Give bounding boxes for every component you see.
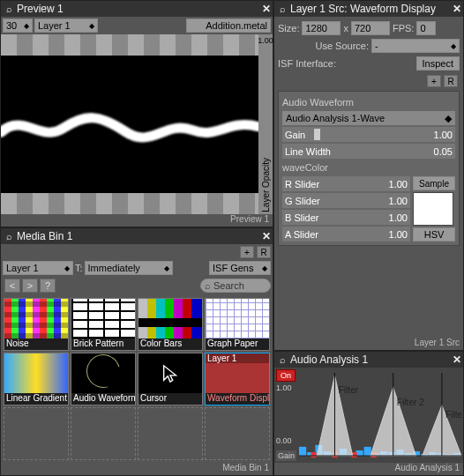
use-source-select[interactable]: -◆ <box>371 39 460 53</box>
panel-footer: Audio Analysis 1 <box>274 463 463 475</box>
isf-interface-label: ISF Interface: <box>278 58 414 69</box>
hsv-button[interactable]: HSV <box>413 227 455 242</box>
target-layer-select[interactable]: Layer 1◆ <box>3 261 73 275</box>
generator-set-select[interactable]: ISF Gens◆ <box>209 261 271 275</box>
media-cell-empty[interactable] <box>138 407 203 460</box>
panel-footer: Preview 1 <box>1 214 273 227</box>
svg-text:Filter 3: Filter 3 <box>445 410 461 420</box>
panel-title: Media Bin 1 <box>17 230 257 242</box>
search-icon[interactable]: ⌕ <box>276 4 288 14</box>
add-button[interactable]: + <box>427 75 441 87</box>
waveform-render <box>1 56 258 193</box>
panel-title: Preview 1 <box>17 3 257 15</box>
close-icon[interactable]: ✕ <box>258 230 271 242</box>
svg-rect-0 <box>299 447 306 456</box>
checker-bottom <box>1 193 258 214</box>
layer-source-inspector: ⌕ Layer 1 Src: Waveform Display ✕ Size: … <box>273 0 464 351</box>
frame-select[interactable]: 30◆ <box>3 19 33 33</box>
search-icon[interactable]: ⌕ <box>276 354 288 365</box>
on-toggle[interactable]: On <box>276 369 296 382</box>
transition-select[interactable]: Immediately◆ <box>85 261 173 275</box>
b-slider[interactable]: B Slider1.00 <box>282 210 410 225</box>
panel-title: Layer 1 Src: Waveform Display <box>290 3 447 15</box>
height-field[interactable]: 720 <box>351 21 390 35</box>
preview-panel: ⌕ Preview 1 ✕ 30◆ Layer 1◆ Addition.meta… <box>0 0 273 227</box>
close-icon[interactable]: ✕ <box>449 353 461 366</box>
panel-title: Audio Analysis 1 <box>290 353 447 366</box>
panel-footer: Media Bin 1 <box>1 463 273 475</box>
g-slider[interactable]: G Slider1.00 <box>282 193 410 208</box>
layer-opacity-slider[interactable]: 1.00 Layer Opacity <box>258 34 273 214</box>
checker-top <box>1 34 258 56</box>
wavecolor-label: waveColor <box>282 160 455 175</box>
preview-viewport[interactable]: 1.00 Layer Opacity <box>1 34 273 214</box>
media-grid: Noise Brick Pattern Color Bars Graph Pap… <box>1 295 273 463</box>
layer-select[interactable]: Layer 1◆ <box>34 19 98 33</box>
opacity-label: Layer Opacity <box>261 158 271 212</box>
transition-label: T: <box>75 263 83 273</box>
record-button[interactable]: R <box>444 75 458 87</box>
svg-text:Filter: Filter <box>339 385 359 395</box>
media-bin-panel: ⌕ Media Bin 1 ✕ + R Layer 1◆ T: Immediat… <box>0 227 273 476</box>
media-cell-empty[interactable] <box>71 407 136 460</box>
media-cell-selected[interactable]: Layer 1Waveform Display <box>205 353 270 405</box>
use-source-label: Use Source: <box>278 41 369 51</box>
fps-field[interactable]: 0 <box>416 21 436 35</box>
a-slider[interactable]: A Slider1.00 <box>282 227 410 242</box>
audio-source-select[interactable]: Audio Analysis 1-Wave◆ <box>282 111 455 125</box>
page-help[interactable]: ? <box>40 279 56 293</box>
size-label: Size: <box>278 23 299 33</box>
color-swatch[interactable] <box>413 192 453 226</box>
close-icon[interactable]: ✕ <box>258 3 271 15</box>
panel-footer: Layer 1 Src <box>274 338 463 350</box>
media-cell[interactable]: Cursor <box>138 353 203 405</box>
media-cell-empty[interactable] <box>205 407 270 460</box>
media-cell[interactable]: Color Bars <box>138 298 203 351</box>
gain-label: Gain <box>276 450 296 461</box>
fps-label: FPS: <box>393 23 414 33</box>
svg-rect-20 <box>311 452 316 457</box>
gain-slider[interactable]: Gain 1.00 <box>282 127 455 142</box>
media-cell[interactable]: Linear Gradient <box>4 353 69 405</box>
media-cell-empty[interactable] <box>4 407 69 460</box>
svg-rect-8 <box>364 447 371 456</box>
media-cell[interactable]: Brick Pattern <box>71 298 136 351</box>
search-icon[interactable]: ⌕ <box>3 4 15 14</box>
media-cell[interactable]: Audio Waveform <box>71 353 136 405</box>
inspect-button[interactable]: Inspect <box>416 56 460 71</box>
search-input[interactable]: ⌕ Search <box>200 279 271 293</box>
param-group: Audio Waveform Audio Analysis 1-Wave◆ Ga… <box>278 91 460 246</box>
width-field[interactable]: 1280 <box>302 21 341 35</box>
blend-mode[interactable]: Addition.metal <box>186 19 271 33</box>
sample-button[interactable]: Sample <box>413 176 455 190</box>
media-cell[interactable]: Graph Paper <box>205 298 270 351</box>
page-prev[interactable]: < <box>4 279 20 293</box>
analysis-plot[interactable]: On 1.00 0.00 Gain FilterFilter 2Filter 3 <box>274 368 463 463</box>
record-button[interactable]: R <box>257 246 271 258</box>
search-icon[interactable]: ⌕ <box>3 231 15 242</box>
audio-analysis-panel: ⌕ Audio Analysis 1 ✕ On 1.00 0.00 Gain F… <box>273 351 464 476</box>
search-icon: ⌕ <box>205 280 211 291</box>
opacity-value: 1.00 <box>258 36 273 45</box>
y-axis: 1.00 0.00 <box>276 383 296 445</box>
svg-text:Filter 2: Filter 2 <box>397 398 425 407</box>
add-button[interactable]: + <box>240 246 254 258</box>
media-cell[interactable]: Noise <box>4 298 69 351</box>
linewidth-slider[interactable]: Line Width 0.05 <box>282 144 455 159</box>
close-icon[interactable]: ✕ <box>449 3 461 15</box>
r-slider[interactable]: R Slider1.00 <box>282 176 410 191</box>
search-placeholder: Search <box>213 280 244 291</box>
group-title: Audio Waveform <box>282 95 455 109</box>
page-next[interactable]: > <box>22 279 38 293</box>
